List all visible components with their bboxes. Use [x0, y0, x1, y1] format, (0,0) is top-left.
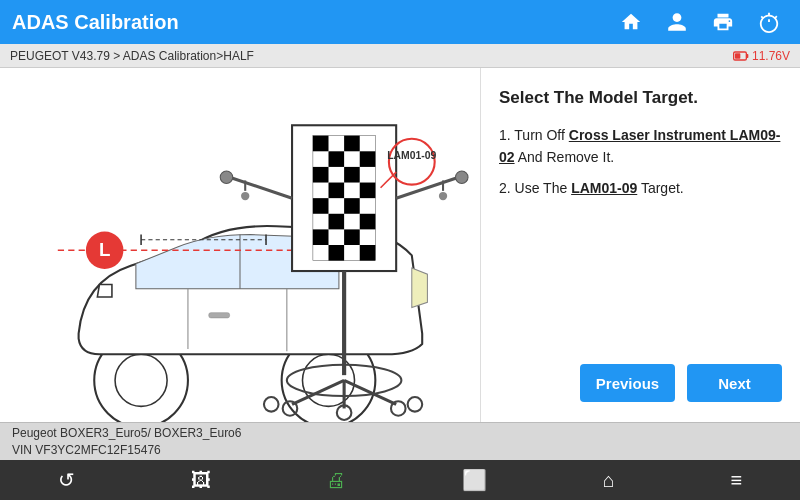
lam-label-line1: LAM01-09: [387, 150, 436, 161]
main-content: L: [0, 68, 800, 422]
power-button[interactable]: [750, 3, 788, 41]
battery-indicator: 11.76V: [733, 49, 790, 63]
step-2-number: 2. Use The: [499, 180, 571, 196]
back-icon[interactable]: ↺: [58, 468, 75, 492]
menu-icon[interactable]: ≡: [730, 469, 742, 492]
svg-point-32: [220, 171, 232, 183]
svg-rect-27: [344, 229, 360, 245]
svg-rect-24: [329, 214, 345, 230]
app-title: ADAS Calibration: [12, 11, 179, 34]
next-button[interactable]: Next: [687, 364, 782, 402]
instruction-panel: Select The Model Target. 1. Turn Off Cro…: [480, 68, 800, 422]
profile-button[interactable]: [658, 3, 696, 41]
svg-rect-15: [344, 136, 360, 152]
header-bar: ADAS Calibration: [0, 0, 800, 44]
step-2-bold: LAM01-09: [571, 180, 637, 196]
battery-icon: [733, 50, 749, 62]
svg-rect-29: [360, 245, 376, 261]
home-sys-icon[interactable]: ⌂: [603, 469, 615, 492]
svg-line-30: [230, 177, 292, 198]
window-icon[interactable]: ⬜: [462, 468, 487, 492]
svg-rect-28: [329, 245, 345, 261]
system-bar: ↺ 🖼 🖨 ⬜ ⌂ ≡: [0, 460, 800, 500]
image-icon[interactable]: 🖼: [191, 469, 211, 492]
breadcrumb-bar: PEUGEOT V43.79 > ADAS Calibration>HALF 1…: [0, 44, 800, 68]
step-2-end: Target.: [637, 180, 683, 196]
svg-rect-18: [313, 167, 329, 183]
battery-value: 11.76V: [752, 49, 790, 63]
svg-rect-25: [360, 214, 376, 230]
svg-point-46: [264, 397, 279, 412]
svg-point-45: [391, 401, 406, 416]
vehicle-name: Peugeot BOXER3_Euro5/ BOXER3_Euro6: [12, 426, 241, 440]
svg-rect-21: [360, 183, 376, 199]
instruction-title: Select The Model Target.: [499, 88, 782, 108]
svg-rect-19: [344, 167, 360, 183]
vehicle-vin: VIN VF3YC2MFC12F15476: [12, 443, 161, 457]
home-button[interactable]: [612, 3, 650, 41]
svg-point-36: [241, 192, 249, 200]
print-button[interactable]: [704, 3, 742, 41]
step-1: 1. Turn Off Cross Laser Instrument LAM09…: [499, 124, 782, 169]
svg-rect-16: [329, 151, 345, 167]
svg-rect-14: [313, 136, 329, 152]
step-1-end: And Remove It.: [515, 149, 615, 165]
svg-point-4: [115, 354, 167, 406]
svg-rect-22: [313, 198, 329, 214]
svg-line-40: [292, 380, 344, 404]
svg-point-37: [439, 192, 447, 200]
header-icon-group: [612, 3, 788, 41]
svg-rect-10: [209, 313, 230, 318]
l-label: L: [99, 239, 110, 260]
info-bar: Peugeot BOXER3_Euro5/ BOXER3_Euro6 VIN V…: [0, 422, 800, 460]
navigation-buttons: Previous Next: [499, 364, 782, 402]
svg-rect-2: [735, 53, 740, 58]
svg-point-47: [408, 397, 423, 412]
svg-rect-23: [344, 198, 360, 214]
calibration-diagram: L: [0, 68, 480, 422]
svg-rect-1: [746, 54, 748, 58]
svg-rect-26: [313, 229, 329, 245]
svg-rect-17: [360, 151, 376, 167]
step-2: 2. Use The LAM01-09 Target.: [499, 177, 782, 199]
instruction-body: 1. Turn Off Cross Laser Instrument LAM09…: [499, 124, 782, 348]
diagram-panel: L: [0, 68, 480, 422]
step-1-number: 1. Turn Off: [499, 127, 569, 143]
breadcrumb: PEUGEOT V43.79 > ADAS Calibration>HALF: [10, 49, 254, 63]
svg-line-31: [396, 177, 458, 198]
previous-button[interactable]: Previous: [580, 364, 675, 402]
print-sys-icon[interactable]: 🖨: [326, 469, 346, 492]
svg-point-33: [456, 171, 468, 183]
vehicle-info: Peugeot BOXER3_Euro5/ BOXER3_Euro6 VIN V…: [12, 425, 241, 459]
svg-rect-20: [329, 183, 345, 199]
